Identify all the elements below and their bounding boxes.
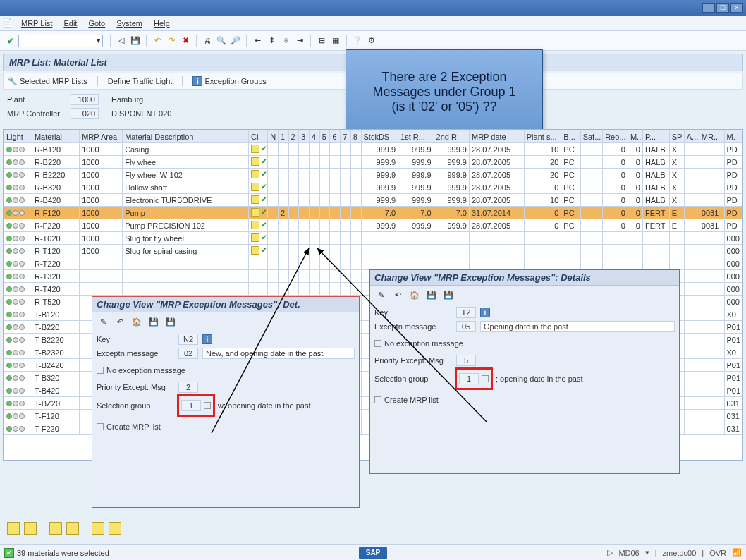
nav-icon[interactable]: 🏠 [130,315,143,328]
status-mode: OVR [709,549,726,557]
menu-mrp-list[interactable]: MRP List [16,18,58,29]
popup2-noexc-checkbox[interactable] [374,340,381,347]
popup1-sel-text: w; opening date in the past [218,401,310,410]
popup2-exc-label: Exceptn message [374,322,452,331]
footer-icon-1[interactable] [7,522,20,535]
status-nav-icon[interactable]: ▷ [607,548,613,557]
popup1-exc-code[interactable]: 02 [178,348,198,359]
popup2-prio-value[interactable]: 5 [456,355,476,366]
selected-mrp-lists-button[interactable]: 🔧 Selected MRP Lists [8,77,87,86]
table-row[interactable]: R-B1201000Casing✔999.9999.9999.928.07.20… [4,143,742,156]
define-traffic-light-button[interactable]: Define Traffic Light [108,77,173,85]
exception-groups-button[interactable]: i Exception Groups [192,76,267,86]
table-row[interactable]: R-F1201000Pump✔27.07.07.031.07.20140PC00… [4,207,742,219]
exception-popup-left: Change View "MRP Exception Messages": De… [92,296,360,508]
status-system: zmetdc00 [663,549,697,557]
popup2-sel-checkbox[interactable] [482,375,489,382]
popup1-exc-text[interactable]: New, and opening date in the past [202,348,355,359]
undo-icon[interactable]: ↶ [114,315,126,328]
table-row[interactable]: R-T0201000Slug for fly wheel✔000 PD [4,232,742,245]
find-icon[interactable]: 🔍 [215,35,228,47]
table-row[interactable]: R-F2201000Pump PRECISION 102✔999.9999.99… [4,219,742,232]
popup2-title: Change View "MRP Exception Messages": De… [370,270,679,286]
popup2-key-label: Key [374,308,452,317]
save2-icon[interactable]: 💾 [164,315,177,328]
footer-icon-3[interactable] [49,522,62,535]
table-header-row: LightMaterialMRP AreaMaterial Descriptio… [4,130,742,143]
save2-icon[interactable]: 💾 [442,288,455,301]
status-bar: ✔ 39 materials were selected SAP ▷ MD06▾… [0,544,746,560]
table-row[interactable]: R-B22201000Fly wheel W-102✔999.9999.9999… [4,169,742,181]
popup1-prio-value[interactable]: 2 [178,382,198,393]
popup1-create-label: Create MRP list [106,422,161,431]
popup2-sel-label: Selection group [374,375,452,383]
popup1-sel-value[interactable]: 1 [181,400,201,411]
popup1-create-checkbox[interactable] [97,423,104,430]
sap-logo: SAP [359,547,387,559]
exception-popup-right: Change View "MRP Exception Messages": De… [369,269,680,474]
next-page-icon[interactable]: ⇟ [279,35,292,47]
stop-icon[interactable]: ✖ [179,35,192,47]
popup2-exc-text[interactable]: Opening date in the past [480,321,675,332]
app-icon: 📄 [3,18,13,28]
footer-icon-bar [7,522,121,535]
menu-help[interactable]: Help [148,18,176,29]
table-row[interactable]: R-T1201000Slug for spiral casing✔000 PD [4,245,742,257]
menu-system[interactable]: System [111,18,148,29]
find-next-icon[interactable]: 🔎 [229,35,242,47]
window-controls: _ ☐ × [0,0,746,16]
footer-icon-5[interactable] [92,522,104,535]
popup2-exc-code[interactable]: 05 [456,321,476,332]
table-row[interactable]: R-B4201000Electronic TURBODRIVE✔999.9999… [4,194,742,207]
popup1-key-value: N2 [178,334,198,345]
table-row[interactable]: R-B3201000Hollow shaft✔999.9999.9999.928… [4,181,742,194]
info-icon[interactable]: i [480,308,490,317]
pencil-icon[interactable]: ✎ [97,315,109,328]
customize-icon[interactable]: ⚙ [365,35,378,47]
new-session-icon[interactable]: ⊞ [315,35,328,47]
menu-edit[interactable]: Edit [58,18,82,29]
exit-icon[interactable]: ↶ [151,35,164,47]
save1-icon[interactable]: 💾 [425,288,438,301]
save1-icon[interactable]: 💾 [147,315,160,328]
popup2-noexc-label: No exception message [384,339,463,348]
mrp-controller-text: DISPONENT 020 [111,109,171,118]
status-message: 39 materials were selected [17,549,109,557]
popup1-noexc-checkbox[interactable] [97,367,104,374]
menu-goto[interactable]: Goto [82,18,111,29]
last-page-icon[interactable]: ⇥ [293,35,306,47]
footer-icon-4[interactable] [66,522,79,535]
prev-page-icon[interactable]: ⇞ [265,35,278,47]
nav-icon[interactable]: 🏠 [408,288,421,301]
popup2-sel-value[interactable]: 1 [459,373,479,384]
popup1-key-label: Key [97,335,174,343]
footer-icon-6[interactable] [109,522,121,535]
close-button[interactable]: × [730,3,743,13]
layout-icon[interactable]: ▦ [329,35,342,47]
popup1-toolbar: ✎ ↶ 🏠 💾 💾 [97,315,355,328]
info-icon[interactable]: i [202,334,212,344]
command-field[interactable]: ▾ [18,35,103,47]
table-row[interactable]: R-T220000 PD [4,257,742,270]
table-row[interactable]: R-B2201000Fly wheel✔999.9999.9999.928.07… [4,156,742,169]
popup2-create-checkbox[interactable] [374,396,381,403]
back-icon[interactable]: ◁ [115,35,128,47]
popup1-sel-checkbox[interactable] [204,402,211,409]
first-page-icon[interactable]: ⇤ [251,35,264,47]
help-icon[interactable]: ❔ [351,35,364,47]
pencil-icon[interactable]: ✎ [374,288,387,301]
mrp-controller-value: 020 [71,108,99,119]
popup1-title: Change View "MRP Exception Messages": De… [92,297,359,312]
save-icon[interactable]: 💾 [129,35,142,47]
popup1-noexc-label: No exception message [106,366,185,375]
main-toolbar: ✔ ▾ ◁ 💾 ↶ ↷ ✖ 🖨 🔍 🔎 ⇤ ⇞ ⇟ ⇥ ⊞ ▦ ❔ ⚙ [0,31,746,51]
cancel-icon[interactable]: ↷ [165,35,178,47]
status-signal-icon: 📶 [732,548,742,557]
maximize-button[interactable]: ☐ [716,3,729,13]
footer-icon-2[interactable] [24,522,37,535]
ok-icon[interactable]: ✔ [4,35,17,47]
print-icon[interactable]: 🖨 [201,35,214,47]
undo-icon[interactable]: ↶ [391,288,404,301]
popup2-create-label: Create MRP list [384,396,439,404]
minimize-button[interactable]: _ [702,3,715,13]
